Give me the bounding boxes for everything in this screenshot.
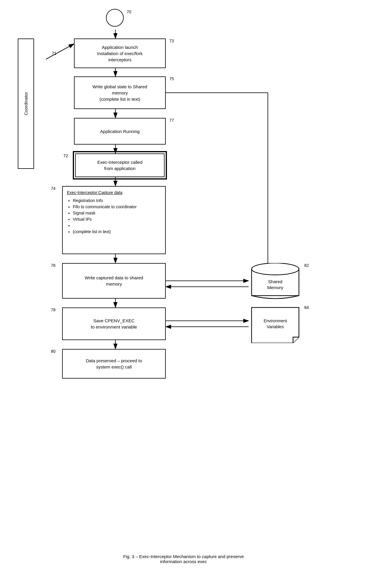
box-74: Exec-Interceptor:Capture data Registrati…: [62, 186, 166, 254]
label-72: 72: [63, 153, 68, 158]
shared-memory-cylinder: Shared Memory: [249, 263, 302, 302]
box-77: Application Running: [74, 118, 166, 145]
box-74-title: Exec-Interceptor:Capture data: [67, 190, 161, 196]
box-72-text: Exec-interceptor calledfrom application: [97, 159, 143, 172]
box-76-text: Write captured data to sharedmemory: [85, 275, 143, 287]
label-77: 77: [169, 118, 174, 123]
box-74-item-3: Signal mask: [73, 210, 161, 216]
box-74-item-5: [73, 222, 161, 229]
box-78-text: Save CPENV_EXECto environment variable: [91, 318, 137, 330]
diagram-container: 70 71 Coordinator Application launchInst…: [0, 0, 367, 588]
coordinator-label: Coordinator: [23, 92, 28, 115]
box-77-text: Application Running: [100, 128, 139, 134]
svg-text:Memory: Memory: [267, 285, 284, 290]
svg-text:Environment: Environment: [264, 318, 287, 323]
box-75: Write global state to Sharedmemory(compl…: [74, 76, 166, 109]
box-80-text: Data preserved – proceed tosystem exec()…: [86, 358, 142, 370]
label-82: 82: [304, 263, 309, 268]
box-73-text: Application launchInstallation of exec/f…: [97, 44, 142, 63]
box-75-text: Write global state to Sharedmemory(compl…: [93, 84, 147, 102]
label-71: 71: [52, 51, 57, 56]
svg-point-18: [252, 263, 299, 275]
coordinator-box: Coordinator: [18, 39, 34, 169]
arrows-svg: [0, 0, 367, 588]
label-73: 73: [169, 39, 174, 43]
env-variables-shape: Environment Variables: [249, 305, 302, 343]
start-circle: [106, 9, 124, 27]
label-75: 75: [169, 76, 174, 81]
box-74-item-4: Virtual IPs: [73, 216, 161, 222]
box-78: Save CPENV_EXECto environment variable: [62, 307, 166, 340]
label-74: 74: [51, 186, 56, 191]
box-80: Data preserved – proceed tosystem exec()…: [62, 349, 166, 379]
box-73: Application launchInstallation of exec/f…: [74, 39, 166, 68]
box-72: Exec-interceptor calledfrom application: [75, 153, 165, 177]
box-74-item-1: Registration Info: [73, 198, 161, 204]
figure-caption: Fig. 3 – Exec-Interceptor Mechanism to c…: [89, 554, 278, 564]
label-84: 84: [304, 305, 309, 310]
label-78: 78: [51, 307, 56, 312]
label-70: 70: [127, 9, 131, 14]
svg-line-10: [46, 44, 74, 59]
caption-line1: Fig. 3 – Exec-Interceptor Mechanism to c…: [123, 554, 244, 559]
label-76: 76: [51, 263, 56, 268]
svg-text:Shared: Shared: [268, 279, 282, 284]
label-80: 80: [51, 349, 56, 354]
box-74-item-6: (complete list in text): [73, 229, 161, 235]
svg-text:Variables: Variables: [267, 324, 284, 329]
box-76: Write captured data to sharedmemory: [62, 263, 166, 299]
caption-line2: information across exec: [160, 559, 207, 564]
box-74-item-2: Fifo to communicate to coordinator: [73, 204, 161, 210]
